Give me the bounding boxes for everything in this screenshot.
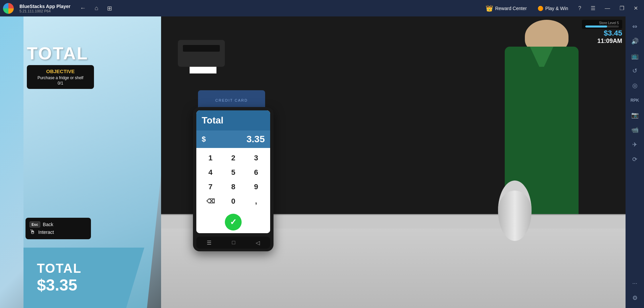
- objective-description: Purchase a fridge or shelf: [32, 75, 89, 80]
- play-win-label: Play & Win: [545, 6, 568, 11]
- level-bar-fill: [585, 25, 607, 28]
- titlebar: BlueStacks App Player 5.21.111.1002 P64 …: [0, 0, 644, 16]
- help-button[interactable]: ?: [576, 4, 584, 13]
- receipt-printer: [178, 40, 228, 80]
- sidebar-camera-icon[interactable]: 📺: [628, 49, 642, 63]
- pos-key-5[interactable]: 5: [222, 165, 245, 179]
- pos-key-9[interactable]: 9: [245, 179, 267, 194]
- app-name: BlueStacks App Player: [19, 4, 70, 9]
- pos-key-6[interactable]: 6: [245, 165, 267, 179]
- store-level-bar: Store Level 5: [582, 20, 622, 29]
- pos-confirm-row: ✓: [196, 211, 270, 233]
- printer-body: [178, 40, 225, 67]
- pos-key-0[interactable]: 0: [222, 194, 245, 208]
- minimize-button[interactable]: —: [602, 4, 613, 13]
- mouse-icon: 🖱: [30, 228, 36, 236]
- pos-keypad: 1 2 3 4 5 6 7 8 9 ⌫ 0 ,: [196, 148, 270, 211]
- level-bar-background: [585, 25, 619, 28]
- reward-center-label: Reward Center: [495, 6, 527, 11]
- right-sidebar: ⇔ 🔊 📺 ↺ ◎ RPK 📷 📹 ✈ ⟳ ··· ⚙: [626, 16, 644, 308]
- sidebar-screenshot-icon[interactable]: 📷: [628, 108, 642, 122]
- back-nav-button[interactable]: ←: [77, 3, 89, 13]
- pos-confirm-button[interactable]: ✓: [225, 214, 242, 230]
- game-area: TOTAL OBJECTIVE Purchase a fridge or she…: [0, 16, 626, 308]
- sidebar-rotate-icon[interactable]: ↺: [628, 64, 642, 78]
- pos-nav-bar: ☰ □ ◁: [196, 237, 270, 249]
- total-bottom-amount: $3.35: [37, 276, 77, 294]
- pos-nav-menu-icon[interactable]: ☰: [207, 240, 211, 246]
- crown-icon: 👑: [486, 5, 493, 12]
- titlebar-right: 👑 Reward Center 🟠 Play & Win ? ☰ — ❐ ✕: [482, 3, 641, 13]
- pos-dollar-sign: $: [202, 135, 206, 144]
- pos-key-2[interactable]: 2: [222, 151, 245, 165]
- app-version: 5.21.111.1002 P64: [19, 9, 70, 13]
- sidebar-flight-icon[interactable]: ✈: [628, 138, 642, 151]
- store-level-text: Store Level 5: [599, 21, 619, 25]
- controls-box: Esc Back 🖱 Interact: [26, 218, 91, 239]
- sidebar-more-icon[interactable]: ···: [628, 276, 642, 290]
- app-info: BlueStacks App Player 5.21.111.1002 P64: [19, 4, 70, 13]
- play-win-button[interactable]: 🟠 Play & Win: [534, 4, 572, 12]
- home-nav-button[interactable]: ⌂: [92, 3, 101, 13]
- cylinder-object: [498, 181, 532, 241]
- pos-key-3[interactable]: 3: [245, 151, 267, 165]
- interact-label: Interact: [38, 229, 54, 235]
- sidebar-rpk-icon[interactable]: RPK: [628, 94, 642, 107]
- money-display: $3.45: [582, 29, 622, 38]
- reward-center-button[interactable]: 👑 Reward Center: [482, 3, 530, 13]
- menu-button[interactable]: ☰: [588, 4, 598, 13]
- esc-key: Esc: [30, 221, 40, 227]
- pos-total-header: Total: [196, 110, 270, 131]
- total-bottom-label: TOTAL: [37, 261, 82, 276]
- back-label: Back: [43, 222, 53, 227]
- total-label-left: TOTAL: [27, 43, 89, 63]
- time-display: 11:09AM: [582, 38, 622, 45]
- pos-screen: Total $ 3.35 1 2 3 4 5 6 7 8 9 ⌫ 0 , ✓: [196, 110, 270, 233]
- pos-amount: 3.35: [247, 134, 265, 145]
- pos-nav-back-icon[interactable]: ◁: [256, 240, 260, 246]
- pos-key-7[interactable]: 7: [199, 179, 222, 194]
- hud-top-right: Store Level 5 $3.45 11:09AM: [582, 20, 622, 45]
- close-button[interactable]: ✕: [631, 4, 641, 13]
- pos-key-1[interactable]: 1: [199, 151, 222, 165]
- pos-total-text: Total: [202, 115, 224, 125]
- sidebar-volume-icon[interactable]: 🔊: [628, 35, 642, 48]
- objective-title: OBJECTIVE: [32, 68, 89, 74]
- restore-button[interactable]: ❐: [617, 4, 627, 13]
- sidebar-record-icon[interactable]: 📹: [628, 123, 642, 137]
- orange-icon: 🟠: [538, 6, 543, 11]
- pos-key-backspace[interactable]: ⌫: [199, 194, 222, 208]
- pos-terminal: Total $ 3.35 1 2 3 4 5 6 7 8 9 ⌫ 0 , ✓: [193, 107, 274, 251]
- objective-box: OBJECTIVE Purchase a fridge or shelf 0/1: [27, 65, 94, 89]
- sidebar-location-icon[interactable]: ◎: [628, 79, 642, 92]
- credit-card-text: CREDIT CARD: [215, 98, 248, 102]
- pos-amount-row: $ 3.35: [196, 131, 270, 148]
- back-control: Esc Back: [30, 221, 87, 227]
- bluestacks-logo-icon: [3, 3, 14, 14]
- printer-slot: [183, 45, 220, 52]
- tabs-nav-button[interactable]: ⊞: [104, 3, 115, 13]
- total-bottom-section: TOTAL $3.35: [23, 248, 144, 308]
- objective-progress: 0/1: [32, 81, 89, 86]
- sidebar-refresh-icon[interactable]: ⟳: [628, 153, 642, 166]
- pos-nav-home-icon[interactable]: □: [232, 240, 235, 246]
- pos-key-comma[interactable]: ,: [245, 194, 267, 208]
- sidebar-expand-icon[interactable]: ⇔: [628, 20, 642, 33]
- sidebar-settings-icon[interactable]: ⚙: [628, 291, 642, 305]
- app-logo: [0, 0, 17, 16]
- nav-buttons: ← ⌂ ⊞: [77, 3, 115, 13]
- pos-key-8[interactable]: 8: [222, 179, 245, 194]
- pos-key-4[interactable]: 4: [199, 165, 222, 179]
- interact-control: 🖱 Interact: [30, 228, 87, 236]
